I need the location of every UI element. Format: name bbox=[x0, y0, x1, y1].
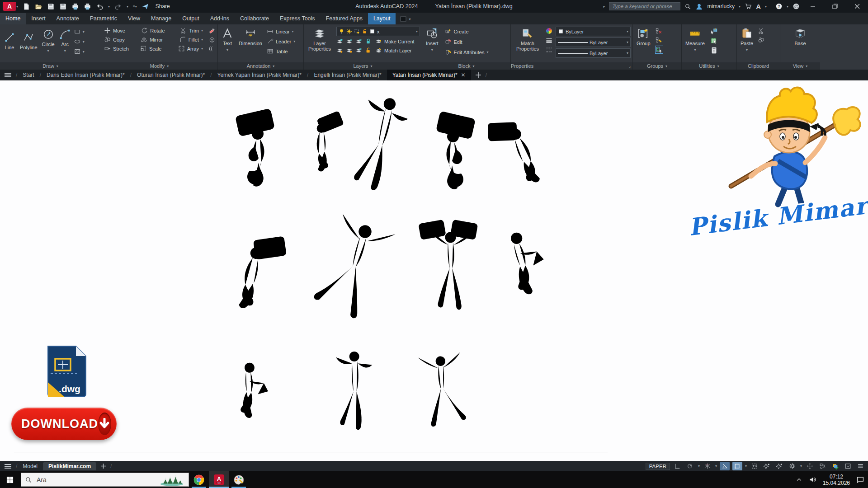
ribbon-tab-insert[interactable]: Insert bbox=[26, 13, 51, 24]
figure-sketch-9[interactable] bbox=[497, 224, 554, 322]
file-tab-menu-icon[interactable] bbox=[0, 70, 16, 80]
lineweight-icon[interactable] bbox=[545, 37, 553, 44]
edit-block-button[interactable]: Edit bbox=[444, 38, 490, 46]
layer-walk-icon[interactable] bbox=[355, 47, 362, 54]
layout-menu-icon[interactable] bbox=[0, 464, 16, 469]
action-center-icon[interactable] bbox=[856, 476, 864, 484]
ribbon-tab-layout[interactable]: Layout bbox=[368, 13, 396, 24]
panel-label-groups[interactable]: Groups▾ bbox=[633, 62, 681, 70]
new-layout-button[interactable] bbox=[96, 464, 110, 469]
help-icon[interactable] bbox=[775, 3, 783, 10]
figure-sketch-5[interactable] bbox=[479, 102, 571, 209]
layout-switch-caret-icon[interactable]: ▾ bbox=[409, 17, 410, 21]
ribbon-tab-collaborate[interactable]: Collaborate bbox=[235, 13, 274, 24]
move-tool[interactable]: Move bbox=[103, 27, 136, 34]
line-tool[interactable]: Line bbox=[2, 31, 17, 51]
figure-sketch-4[interactable] bbox=[429, 111, 480, 202]
taskbar-chrome-icon[interactable] bbox=[189, 471, 209, 488]
signed-in-username[interactable]: mimarlucky bbox=[707, 3, 735, 9]
linetype-dropdown[interactable]: ByLayer▾ bbox=[556, 48, 631, 58]
annotation-scale-icon[interactable] bbox=[805, 462, 815, 470]
annotation-autoscale-icon[interactable] bbox=[775, 462, 785, 470]
ribbon-tab-home[interactable]: Home bbox=[0, 13, 26, 24]
make-current-button[interactable]: Make Current bbox=[374, 38, 415, 45]
linetype-icon[interactable] bbox=[545, 46, 553, 54]
figure-sketch-8[interactable] bbox=[410, 219, 488, 322]
text-tool[interactable]: Text▾ bbox=[220, 27, 235, 54]
undo-icon[interactable] bbox=[96, 3, 104, 10]
figure-sketch-6[interactable] bbox=[207, 224, 294, 331]
plot-icon[interactable] bbox=[71, 3, 79, 10]
scale-tool[interactable]: Scale bbox=[139, 45, 173, 52]
figure-sketch-1[interactable] bbox=[230, 108, 283, 199]
polar-tracking-icon[interactable] bbox=[720, 462, 730, 470]
minimize-button[interactable] bbox=[804, 0, 822, 13]
volume-icon[interactable] bbox=[809, 476, 816, 483]
ribbon-tab-expresstools[interactable]: Express Tools bbox=[274, 13, 321, 24]
help-caret-icon[interactable]: ▾ bbox=[787, 5, 788, 9]
workspace-switching-icon[interactable] bbox=[788, 462, 797, 470]
taskbar-autocad-icon[interactable] bbox=[209, 471, 229, 488]
ribbon-tab-view[interactable]: View bbox=[123, 13, 146, 24]
annotation-visibility-icon[interactable] bbox=[762, 462, 772, 470]
file-tab-yatan-active[interactable]: Yatan İnsan (Pislik Mimar)* ✕ bbox=[387, 70, 471, 80]
download-arrow-icon[interactable] bbox=[98, 413, 111, 435]
download-button[interactable]: DOWNLOAD bbox=[11, 408, 117, 440]
layer-color-swatch[interactable] bbox=[369, 28, 375, 34]
search-expand-icon[interactable]: ▸ bbox=[603, 5, 605, 9]
autodesk-caret-icon[interactable]: ▾ bbox=[765, 5, 767, 9]
app-store-cart-icon[interactable] bbox=[745, 3, 752, 10]
drawing-canvas[interactable]: Pislik Mimar .dwg DOWNLOAD bbox=[0, 80, 868, 461]
file-tab-yemek-yapan[interactable]: Yemek Yapan İnsan (Pislik Mimar)* bbox=[212, 70, 307, 80]
customization-icon[interactable] bbox=[855, 462, 865, 470]
offset-icon[interactable] bbox=[208, 45, 216, 52]
snap-mode-icon[interactable] bbox=[673, 462, 683, 470]
fillet-tool[interactable]: Fillet▾ bbox=[179, 36, 204, 43]
layer-properties-button[interactable]: Layer Properties bbox=[306, 27, 334, 52]
base-view-button[interactable]: Base bbox=[782, 27, 818, 47]
windows-start-button[interactable] bbox=[0, 471, 20, 488]
redo-icon[interactable] bbox=[114, 3, 122, 10]
ribbon-tab-parametric[interactable]: Parametric bbox=[85, 13, 123, 24]
new-tab-button[interactable] bbox=[471, 70, 486, 80]
select-window-icon[interactable] bbox=[710, 37, 718, 45]
stretch-tool[interactable]: Stretch bbox=[103, 45, 135, 52]
taskbar-search-box[interactable]: Ara bbox=[21, 473, 189, 487]
color-wheel-icon[interactable] bbox=[545, 27, 553, 35]
layer-dropdown[interactable]: x ▾ bbox=[336, 27, 420, 36]
layer-off-icon[interactable] bbox=[336, 38, 343, 45]
selection-cycling-icon[interactable] bbox=[750, 462, 760, 470]
app-menu-caret-icon[interactable]: ▾ bbox=[16, 5, 18, 9]
account-caret-icon[interactable]: ▾ bbox=[739, 5, 741, 9]
layer-dropdown-caret-icon[interactable]: ▾ bbox=[416, 29, 418, 33]
file-tab-start[interactable]: Start bbox=[17, 70, 39, 80]
dwg-file-icon[interactable]: .dwg bbox=[44, 344, 90, 398]
hatch-tool[interactable]: ▾ bbox=[74, 48, 85, 55]
linear-dimension-tool[interactable]: Linear▾ bbox=[266, 28, 296, 35]
object-snap-caret-icon[interactable]: ▾ bbox=[745, 464, 747, 468]
share-icon[interactable] bbox=[142, 3, 149, 10]
layer-viewport-icon[interactable] bbox=[354, 28, 360, 34]
rotate-tool[interactable]: Rotate bbox=[140, 27, 175, 34]
panel-label-properties[interactable]: Properties⌟ bbox=[511, 62, 632, 70]
workspace-caret-icon[interactable]: ▾ bbox=[800, 464, 802, 468]
autodesk-a-icon[interactable]: A bbox=[756, 3, 761, 10]
copy-clip-icon[interactable] bbox=[758, 37, 764, 43]
print-icon[interactable] bbox=[84, 3, 91, 10]
hidden-icons-chevron-icon[interactable] bbox=[796, 476, 802, 483]
measure-button[interactable]: Measure▾ bbox=[684, 27, 707, 54]
layer-thaw-icon[interactable] bbox=[346, 28, 352, 34]
save-as-icon[interactable] bbox=[59, 3, 67, 10]
object-snap-icon[interactable] bbox=[732, 462, 742, 470]
insert-block-button[interactable]: Insert▾ bbox=[424, 27, 440, 54]
lineweight-dropdown[interactable]: ByLayer▾ bbox=[556, 38, 631, 47]
panel-label-utilities[interactable]: Utilities▾ bbox=[682, 62, 736, 70]
layer-on-icon[interactable] bbox=[339, 28, 344, 34]
figure-sketch-12[interactable] bbox=[408, 334, 480, 455]
open-file-icon[interactable] bbox=[35, 3, 42, 10]
group-selection-icon[interactable] bbox=[655, 46, 663, 54]
group-button[interactable]: Group bbox=[635, 27, 652, 47]
figure-sketch-10[interactable] bbox=[214, 353, 286, 444]
taskbar-clock[interactable]: 07:12 15.04.2026 bbox=[823, 474, 850, 486]
dimension-tool[interactable]: Dimension bbox=[237, 27, 264, 47]
